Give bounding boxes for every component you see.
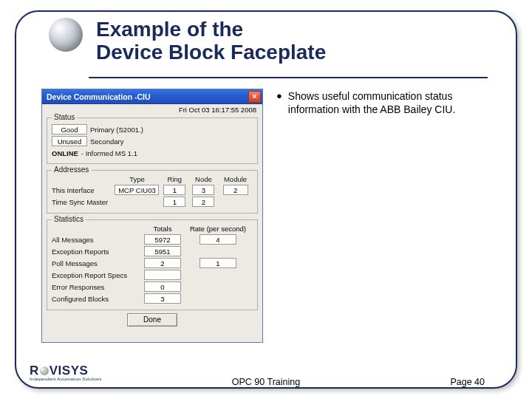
- bullet-text: Shows useful communication status inform…: [288, 90, 499, 117]
- sphere-icon: [49, 18, 83, 52]
- addr-row-time-sync: Time Sync Master 1 2: [52, 197, 253, 207]
- addr-row1-type: MCP CIU03: [115, 185, 159, 195]
- stats-head-totals: Totals: [140, 225, 185, 233]
- statistics-group: Statistics Totals Rate (per second) All …: [47, 219, 258, 310]
- stats-row4-label: Error Responses: [52, 283, 140, 291]
- secondary-label: Secondary: [90, 137, 123, 146]
- title-rule: [89, 77, 488, 78]
- stats-row3-total: [144, 270, 181, 280]
- stats-row1-label: Exception Reports: [52, 248, 140, 256]
- stats-row-configured-blocks: Configured Blocks 3: [52, 293, 253, 304]
- stats-row5-total: 3: [144, 293, 181, 304]
- done-button[interactable]: Done: [127, 313, 177, 327]
- stats-row1-total: 5951: [144, 246, 181, 256]
- stats-row-poll-messages: Poll Messages 2 1: [52, 258, 253, 268]
- addr-row2-label: Time Sync Master: [52, 198, 114, 206]
- addr-head-ring: Ring: [160, 175, 189, 183]
- addr-row-this-interface: This Interface MCP CIU03 1 3 2: [52, 185, 253, 195]
- bullet-list: ● Shows useful communication status info…: [276, 90, 499, 347]
- stats-row2-total: 2: [144, 258, 181, 268]
- secondary-state-field: Unused: [52, 136, 87, 146]
- addr-row1-label: This Interface: [52, 186, 114, 194]
- slide-title: Example of the Device Block Faceplate: [96, 18, 326, 64]
- window-body: Fri Oct 03 16:17:55 2008 Status Good Pri…: [42, 104, 262, 342]
- bullet-icon: ●: [276, 90, 282, 117]
- addresses-group: Addresses Type Ring Node Module This Int…: [47, 170, 258, 214]
- window-title-name: CIU: [137, 92, 151, 101]
- window-title-prefix: Device Communication -: [47, 92, 137, 101]
- logo-dot-icon: [40, 366, 49, 375]
- close-icon: ×: [252, 92, 256, 100]
- primary-state-field: Good: [52, 124, 87, 134]
- addr-row2-node: 2: [192, 197, 214, 207]
- timestamp-label: Fri Oct 03 16:17:55 2008: [179, 106, 256, 114]
- stats-row2-label: Poll Messages: [52, 259, 140, 267]
- addr-head-type: Type: [114, 175, 160, 183]
- stats-row-exception-reports: Exception Reports 5951: [52, 246, 253, 256]
- close-button[interactable]: ×: [248, 91, 261, 103]
- bullet-item: ● Shows useful communication status info…: [276, 90, 499, 117]
- stats-row-error-responses: Error Responses 0: [52, 282, 253, 292]
- footer-right: Page 40: [450, 377, 485, 387]
- logo-subtitle: Independent Automation Solutions: [30, 377, 102, 381]
- status-group-label: Status: [52, 113, 77, 121]
- content-area: Device Communication - CIU × Fri Oct 03 …: [41, 89, 499, 347]
- addr-row2-ring: 1: [163, 197, 185, 207]
- stats-head-rate: Rate (per second): [185, 225, 251, 233]
- statistics-group-label: Statistics: [52, 215, 86, 223]
- slide-header: Example of the Device Block Faceplate: [49, 18, 326, 64]
- stats-row0-rate: 4: [200, 234, 236, 245]
- stats-row0-label: All Messages: [52, 236, 140, 244]
- addr-head-node: Node: [189, 175, 218, 183]
- online-desc: - Informed MS 1.1: [81, 149, 137, 157]
- addr-row1-module: 2: [223, 185, 248, 195]
- logo: RVISYS Independent Automation Solutions: [30, 364, 102, 381]
- window-titlebar[interactable]: Device Communication - CIU ×: [42, 89, 262, 104]
- stats-row5-label: Configured Blocks: [52, 295, 140, 303]
- logo-text: RVISYS: [30, 364, 102, 378]
- addr-row1-ring: 1: [163, 185, 185, 195]
- stats-row-exception-report-specs: Exception Report Specs: [52, 270, 253, 280]
- addr-head-module: Module: [218, 175, 253, 183]
- faceplate-window: Device Communication - CIU × Fri Oct 03 …: [41, 89, 263, 343]
- stats-row4-total: 0: [144, 282, 181, 292]
- stats-row2-rate: 1: [200, 258, 236, 268]
- slide: Example of the Device Block Faceplate De…: [0, 0, 532, 399]
- status-group: Status Good Primary (S2001.) Unused Seco…: [47, 117, 258, 164]
- addresses-group-label: Addresses: [52, 166, 91, 174]
- stats-row0-total: 5972: [144, 234, 181, 245]
- addr-row1-node: 3: [192, 185, 214, 195]
- online-label: ONLINE: [52, 149, 78, 157]
- stats-row-all-messages: All Messages 5972 4: [52, 234, 253, 245]
- stats-row3-label: Exception Report Specs: [52, 271, 140, 279]
- footer-center: OPC 90 Training: [232, 377, 300, 387]
- primary-label: Primary (S2001.): [90, 126, 143, 134]
